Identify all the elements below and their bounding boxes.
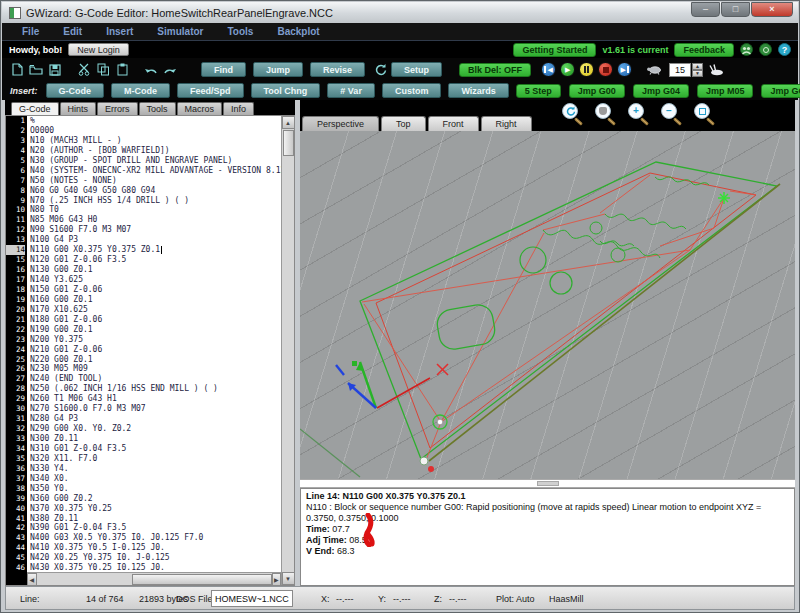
scroll-right-icon[interactable]: ▶ xyxy=(272,573,282,586)
code-line[interactable]: N230 M05 M09 xyxy=(30,364,281,374)
code-line[interactable]: N380 Z0.11 xyxy=(30,514,281,524)
code-line[interactable]: N90 S1600 F7.0 M3 M07 xyxy=(30,225,281,235)
refresh-icon[interactable] xyxy=(372,62,388,78)
view-tab-right[interactable]: Right xyxy=(481,116,532,131)
redo-icon[interactable] xyxy=(162,62,178,78)
menu-simulator[interactable]: Simulator xyxy=(157,26,203,37)
maximize-button[interactable]: □ xyxy=(721,2,750,17)
gcode-editor[interactable]: 1234567891011121314151617181920212223242… xyxy=(5,115,295,586)
code-line[interactable]: N260 T1 M06 G43 H1 xyxy=(30,394,281,404)
close-button[interactable]: × xyxy=(751,2,793,17)
code-line[interactable]: N390 G01 Z-0.04 F3.5 xyxy=(30,523,281,533)
save-icon[interactable] xyxy=(47,62,63,78)
code-line[interactable]: N50 (NOTES - NONE) xyxy=(30,176,281,186)
cut-icon[interactable] xyxy=(76,62,92,78)
dos-file-input[interactable] xyxy=(211,590,293,607)
zoom-out-icon[interactable]: − xyxy=(661,103,681,125)
code-line[interactable]: N150 G01 Z-0.06 xyxy=(30,285,281,295)
jmp-m05-button[interactable]: Jmp M05 xyxy=(697,84,754,98)
code-line[interactable]: N100 G4 P3 xyxy=(30,235,281,245)
code-line[interactable]: % xyxy=(30,116,281,126)
code-line[interactable]: N400 G03 X0.5 Y0.375 I0. J0.125 F7.0 xyxy=(30,533,281,543)
code-line[interactable]: N240 (END TOOL) xyxy=(30,374,281,384)
scroll-up-icon[interactable]: ▲ xyxy=(282,116,295,129)
insert-tool-chng-button[interactable]: Tool Chng xyxy=(251,83,321,98)
code-line[interactable]: N330 Y4. xyxy=(30,464,281,474)
insert-g-code-button[interactable]: G-Code xyxy=(46,83,105,98)
tab-tools[interactable]: Tools xyxy=(139,102,176,115)
blk-del-button[interactable]: Blk Del: OFF xyxy=(459,63,531,77)
jmp-goto-button[interactable]: Jmp GOTO xyxy=(761,84,800,98)
setup-button[interactable]: Setup xyxy=(391,62,442,77)
code-line[interactable]: N30 (GROUP - SPOT DRILL AND ENGRAVE PANE… xyxy=(30,156,281,166)
insert-feed-spd-button[interactable]: Feed/Spd xyxy=(177,83,244,98)
view-tab-top[interactable]: Top xyxy=(381,116,426,131)
stop-icon[interactable] xyxy=(598,62,613,77)
code-line[interactable]: N140 Y3.625 xyxy=(30,275,281,285)
code-line[interactable]: N190 G00 Z0.1 xyxy=(30,325,281,335)
code-line[interactable]: N210 G01 Z-0.06 xyxy=(30,345,281,355)
code-line[interactable]: N200 Y0.375 xyxy=(30,335,281,345)
jmp-g04-button[interactable]: Jmp G04 xyxy=(633,84,689,98)
help-icon[interactable]: ? xyxy=(778,43,791,56)
tab-errors[interactable]: Errors xyxy=(97,102,138,115)
pause-icon[interactable] xyxy=(579,62,594,77)
paste-icon[interactable] xyxy=(114,62,130,78)
code-line[interactable]: N70 (.25 INCH HSS 1/4 DRILL ) ( ) xyxy=(30,196,281,206)
minimize-button[interactable]: – xyxy=(691,2,720,17)
code-line[interactable]: N280 G4 P3 xyxy=(30,414,281,424)
code-line[interactable]: N310 G01 Z-0.04 F3.5 xyxy=(30,444,281,454)
code-line[interactable]: N270 S1600.0 F7.0 M3 M07 xyxy=(30,404,281,414)
tab-info[interactable]: Info xyxy=(223,102,254,115)
code-line[interactable]: N80 T0 xyxy=(30,205,281,215)
viewport-splitter[interactable] xyxy=(300,479,795,488)
tab-macros[interactable]: Macros xyxy=(177,102,223,115)
status-icon[interactable] xyxy=(759,43,772,56)
code-line[interactable]: N300 Z0.11 xyxy=(30,434,281,444)
tab-g-code[interactable]: G-Code xyxy=(11,102,59,115)
zoom-pan-icon[interactable] xyxy=(595,103,615,125)
code-line[interactable]: N320 X11. F7.0 xyxy=(30,454,281,464)
insert-custom-button[interactable]: Custom xyxy=(382,83,442,98)
play-icon[interactable]: ▶ xyxy=(560,62,575,77)
menu-insert[interactable]: Insert xyxy=(106,26,133,37)
menu-edit[interactable]: Edit xyxy=(63,26,82,37)
code-line[interactable]: N180 G01 Z-0.06 xyxy=(30,315,281,325)
code-line[interactable]: N110 G00 X0.375 Y0.375 Z0.1 xyxy=(30,245,281,255)
code-line[interactable]: N10 (MACH3 MILL - ) xyxy=(30,136,281,146)
backplot-viewport[interactable] xyxy=(300,131,795,479)
feedback-button[interactable]: Feedback xyxy=(674,43,734,57)
undo-icon[interactable] xyxy=(143,62,159,78)
code-line[interactable]: O0000 xyxy=(30,126,281,136)
menu-file[interactable]: File xyxy=(22,26,39,37)
zoom-rotate-icon[interactable] xyxy=(562,103,582,125)
code-line[interactable]: N220 G00 Z0.1 xyxy=(30,355,281,365)
code-line[interactable]: N290 G00 X0. Y0. Z0.2 xyxy=(30,424,281,434)
code-line[interactable]: N360 G00 Z0.2 xyxy=(30,494,281,504)
skip-end-icon[interactable]: ▶ xyxy=(617,62,632,77)
code-line[interactable]: N130 G00 Z0.1 xyxy=(30,265,281,275)
open-file-icon[interactable] xyxy=(28,62,44,78)
menu-tools[interactable]: Tools xyxy=(227,26,253,37)
code-line[interactable]: N85 M06 G43 H0 xyxy=(30,215,281,225)
code-line[interactable]: N410 X0.375 Y0.5 I-0.125 J0. xyxy=(30,543,281,553)
find-button[interactable]: Find xyxy=(201,62,246,77)
code-line[interactable]: N370 X0.375 Y0.25 xyxy=(30,504,281,514)
horizontal-scroll-thumb[interactable] xyxy=(132,574,272,585)
editor-vertical-scrollbar[interactable]: ▲ ▼ xyxy=(281,116,294,585)
spinner-down-icon[interactable]: ▼ xyxy=(692,70,703,77)
code-line[interactable]: N170 X10.625 xyxy=(30,305,281,315)
vertical-scroll-thumb[interactable] xyxy=(283,130,294,156)
zoom-fit-icon[interactable] xyxy=(694,103,714,125)
zoom-in-icon[interactable]: + xyxy=(628,103,648,125)
revise-button[interactable]: Revise xyxy=(310,62,365,77)
view-tab-perspective[interactable]: Perspective xyxy=(302,116,379,131)
jmp-g00-button[interactable]: Jmp G00 xyxy=(569,84,625,98)
code-line[interactable]: N160 G00 Z0.1 xyxy=(30,295,281,305)
menu-backplot[interactable]: Backplot xyxy=(277,26,319,37)
getting-started-button[interactable]: Getting Started xyxy=(513,43,596,57)
community-icon[interactable] xyxy=(740,43,753,56)
code-line[interactable]: N420 X0.25 Y0.375 I0. J-0.125 xyxy=(30,553,281,563)
code-line[interactable]: N350 Y0. xyxy=(30,484,281,494)
copy-icon[interactable] xyxy=(95,62,111,78)
